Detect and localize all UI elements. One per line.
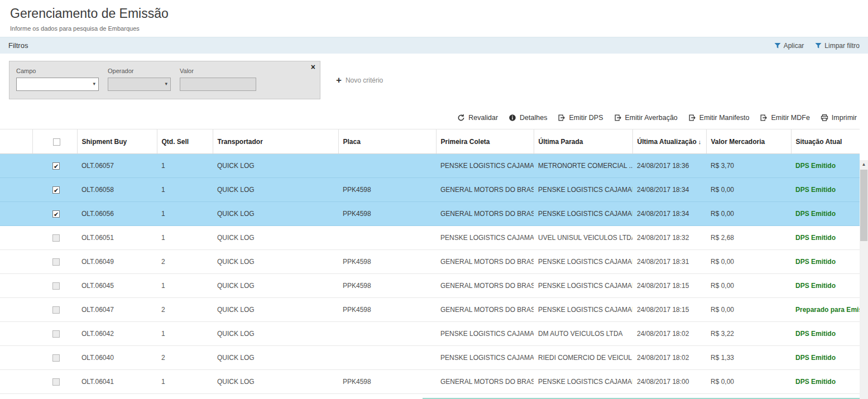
cell-primeira-coleta: GENERAL MOTORS DO BRAS... [436,298,534,322]
row-checkbox[interactable] [52,282,60,290]
row-checkbox[interactable] [52,234,60,242]
cell-qtd-sell: 2 [157,298,213,322]
scrollbar-thumb[interactable] [860,170,867,241]
column-header-situacao-atual[interactable]: Situação Atual [791,129,860,154]
emitir-manifesto-button[interactable]: Emitir Manifesto [688,114,750,122]
cell-qtd-sell: 1 [157,370,213,394]
table-body: ✔ OLT.06057 1 QUICK LOG PENSKE LOGISTICS… [0,154,860,394]
row-expander-cell [0,274,32,298]
table-row[interactable]: OLT.06047 2 QUICK LOG PPK4598 GENERAL MO… [0,298,860,322]
column-header-transportador[interactable]: Transportador [213,129,338,154]
row-checkbox[interactable] [52,354,60,362]
revalidar-button[interactable]: Revalidar [457,114,498,122]
cell-transportador: QUICK LOG [213,370,338,394]
apply-filter-button[interactable]: Aplicar [774,42,804,50]
row-expander-cell [0,322,32,346]
cell-placa [338,322,436,346]
chevron-down-icon: ▾ [93,81,95,86]
table-row[interactable]: OLT.06041 1 QUICK LOG PPK4598 GENERAL MO… [0,370,860,394]
column-header-primeira-coleta[interactable]: Primeira Coleta [436,129,534,154]
cell-valor-mercadoria: R$ 0,00 [706,250,791,274]
emitir-averbacao-button[interactable]: Emitir Averbação [614,114,678,122]
emitir-mdfe-button[interactable]: Emitir MDFe [760,114,809,122]
plus-icon: + [336,76,342,84]
cell-situacao-atual: DPS Emitido [791,274,860,298]
cell-shipment-buy: OLT.06057 [77,154,157,178]
cell-ultima-parada: RIEDI COMERCIO DE VEICUL... [534,346,632,370]
cell-ultima-parada: PENSKE LOGISTICS CAJAMAR [534,202,632,226]
page-subtitle: Informe os dados para pesquisa de Embarq… [10,25,858,32]
table-row[interactable]: OLT.06040 2 QUICK LOG PENSKE LOGISTICS C… [0,346,860,370]
cell-placa: PPK4598 [338,370,436,394]
scroll-up-arrow-icon[interactable]: ▲ [860,160,868,169]
row-expander-cell [0,298,32,322]
table-row[interactable]: OLT.06049 2 QUICK LOG PPK4598 GENERAL MO… [0,250,860,274]
table-row[interactable]: OLT.06045 1 QUICK LOG PPK4598 GENERAL MO… [0,274,860,298]
cell-primeira-coleta: PENSKE LOGISTICS CAJAMAR [436,154,534,178]
row-checkbox[interactable]: ✔ [52,210,60,218]
cell-ultima-atualizacao: 24/08/2017 18:15 [632,274,706,298]
column-header-qtd-sell[interactable]: Qtd. Sell [157,129,213,154]
cell-placa [338,226,436,250]
row-checkbox[interactable]: ✔ [52,186,60,194]
cell-ultima-atualizacao: 24/08/2017 18:36 [632,154,706,178]
cell-ultima-parada: PENSKE LOGISTICS CAJAMAR [534,274,632,298]
row-checkbox[interactable] [52,306,60,314]
cell-qtd-sell: 1 [157,322,213,346]
table-row[interactable]: ✔ OLT.06056 1 QUICK LOG PPK4598 GENERAL … [0,202,860,226]
column-header-placa[interactable]: Placa [338,129,436,154]
column-header-expander [0,129,32,154]
row-checkbox-cell: ✔ [32,178,77,202]
cell-transportador: QUICK LOG [213,274,338,298]
row-checkbox[interactable]: ✔ [52,162,60,170]
row-expander-cell [0,202,32,226]
select-all-checkbox[interactable] [53,138,60,146]
column-header-ultima-atualizacao[interactable]: Última Atualização↓ [632,129,706,154]
remove-criteria-icon[interactable]: × [311,63,315,71]
emit-icon [558,114,565,122]
valor-input[interactable] [180,78,256,91]
column-header-ultima-parada[interactable]: Última Parada [534,129,632,154]
new-criteria-button[interactable]: + Novo critério [336,76,383,84]
operador-select[interactable]: ▾ [108,78,171,91]
column-header-valor-mercadoria[interactable]: Valor Mercadoria [706,129,791,154]
clear-filter-button[interactable]: Limpar filtro [815,42,860,50]
cell-placa [338,346,436,370]
page-header: Gerenciamento de Emissão Informe os dado… [0,0,868,37]
cell-situacao-atual: DPS Emitido [791,226,860,250]
actions-toolbar: Revalidar Detalhes Emitir DPS Emitir Ave… [0,108,868,129]
cell-primeira-coleta: PENSKE LOGISTICS CAJAMAR [436,322,534,346]
cell-ultima-atualizacao: 24/08/2017 18:31 [632,250,706,274]
cell-ultima-atualizacao: 24/08/2017 18:34 [632,178,706,202]
row-checkbox-cell [32,250,77,274]
row-checkbox-cell [32,226,77,250]
row-checkbox[interactable] [52,378,60,386]
imprimir-button[interactable]: Imprimir [821,114,857,122]
table-row[interactable]: ✔ OLT.06058 1 QUICK LOG PPK4598 GENERAL … [0,178,860,202]
emitir-dps-button[interactable]: Emitir DPS [558,114,603,122]
cell-qtd-sell: 1 [157,226,213,250]
cell-qtd-sell: 1 [157,274,213,298]
vertical-scrollbar[interactable]: ▲ [860,160,868,399]
filter-actions: Aplicar Limpar filtro [774,42,860,50]
table-row[interactable]: OLT.06042 1 QUICK LOG PENSKE LOGISTICS C… [0,322,860,346]
filter-funnel-icon [815,42,822,49]
cell-ultima-parada: PENSKE LOGISTICS CAJAMAR [534,250,632,274]
cell-ultima-atualizacao: 24/08/2017 18:02 [632,346,706,370]
cell-transportador: QUICK LOG [213,226,338,250]
campo-select[interactable]: ▾ [16,78,99,91]
table-row[interactable]: ✔ OLT.06057 1 QUICK LOG PENSKE LOGISTICS… [0,154,860,178]
cell-placa: PPK4598 [338,274,436,298]
row-checkbox[interactable] [52,258,60,266]
row-expander-cell [0,226,32,250]
cell-transportador: QUICK LOG [213,250,338,274]
row-checkbox[interactable] [52,330,60,338]
table-row[interactable]: OLT.06051 1 QUICK LOG PENSKE LOGISTICS C… [0,226,860,250]
valor-label: Valor [180,68,256,74]
cell-situacao-atual: DPS Emitido [791,178,860,202]
row-checkbox-cell [32,274,77,298]
column-header-checkbox [32,129,77,154]
column-header-shipment-buy[interactable]: Shipment Buy [77,129,157,154]
emit-icon [614,114,622,122]
detalhes-button[interactable]: Detalhes [509,114,547,122]
